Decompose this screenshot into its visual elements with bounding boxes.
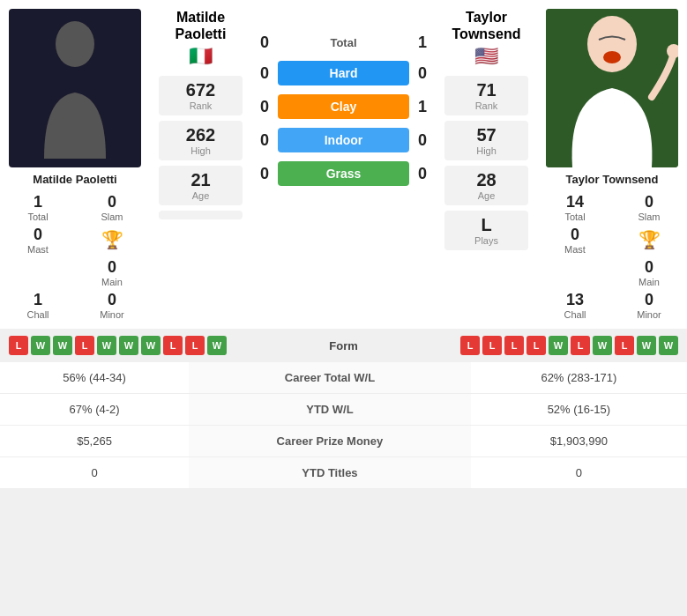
player2-name: Taylor Townsend	[566, 173, 659, 186]
player2-header-name: Taylor Townsend	[452, 9, 521, 42]
p2-hard-val: 0	[409, 64, 436, 83]
player2-main-val: 0	[616, 258, 683, 277]
prize-label: Career Prize Money	[189, 426, 471, 457]
p2-clay-val: 1	[409, 98, 436, 116]
player1-slam-val: 0	[78, 193, 146, 212]
total-surface-row: 0 Total 1	[251, 33, 436, 52]
player1-main-val: 0	[78, 258, 146, 277]
player2-minor-block: 0 Minor	[616, 291, 683, 320]
p2-ytd-titles: 0	[471, 457, 687, 489]
player1-form-badges: LWWLWWWLLW	[9, 336, 227, 355]
player2-age-box: 28 Age	[444, 166, 528, 205]
career-stats-table: 56% (44-34) Career Total W/L 62% (283-17…	[0, 362, 687, 489]
svg-point-3	[603, 51, 621, 63]
player1-high-val: 262	[162, 125, 239, 145]
player2-form-badges: LLLLWLWLWW	[460, 336, 678, 355]
form-badge-w: W	[549, 336, 568, 355]
indoor-badge: Indoor	[278, 128, 409, 152]
player1-header-name: Matilde Paoletti	[175, 9, 227, 42]
p2-career-total: 62% (283-171)	[471, 362, 687, 394]
p1-grass-val: 0	[251, 165, 278, 183]
career-total-label: Career Total W/L	[189, 362, 471, 394]
player2-total-block: 14 Total	[541, 193, 609, 222]
player2-total-label: Total	[541, 212, 609, 222]
player1-name: Matilde Paoletti	[33, 173, 116, 186]
ytd-titles-label: YTD Titles	[189, 457, 471, 489]
p1-total-val: 0	[251, 33, 278, 52]
player2-trophy-icon: 🏆	[638, 229, 661, 250]
player2-trophy-icon-block: 🏆	[616, 226, 683, 255]
p1-career-total: 56% (44-34)	[0, 362, 189, 394]
form-label: Form	[227, 339, 460, 353]
player1-main-block: 0 Main	[78, 258, 146, 287]
player1-chall-block: 1 Chall	[4, 291, 71, 320]
player2-chall-block: 13 Chall	[541, 291, 609, 320]
grass-surface-row: 0 Grass 0	[251, 161, 436, 186]
player1-minor-val: 0	[78, 291, 146, 309]
svg-point-0	[56, 21, 94, 67]
player2-plays-val: L	[448, 215, 525, 235]
form-badge-l: L	[526, 336, 546, 355]
form-badge-w: W	[119, 336, 138, 355]
player2-minor-label: Minor	[616, 309, 683, 320]
svg-point-2	[587, 16, 637, 72]
player2-chall-label: Chall	[541, 309, 609, 320]
ytd-titles-row: 0 YTD Titles 0	[0, 457, 687, 489]
form-badge-l: L	[504, 336, 524, 355]
form-badge-l: L	[163, 336, 183, 355]
player2-plays-label: Plays	[448, 235, 525, 246]
player1-mast-block: 0 Mast	[4, 226, 71, 255]
surfaces-section: 0 Total 1 0 Hard 0 0 Clay 1	[251, 9, 436, 320]
player2-photo	[546, 9, 678, 167]
player2-main-block: 0 Main	[616, 258, 683, 287]
player1-trophy-icon-block: 🏆	[78, 226, 146, 255]
player2-high-val: 57	[448, 125, 525, 145]
p2-prize: $1,903,990	[471, 426, 687, 457]
player1-chall-label: Chall	[4, 309, 71, 320]
player1-slam-block: 0 Slam	[78, 193, 146, 222]
ytd-wl-label: YTD W/L	[189, 394, 471, 426]
player1-total-block: 1 Total	[4, 193, 71, 222]
player1-plays-box	[159, 211, 243, 219]
player1-total-val: 1	[4, 193, 71, 212]
indoor-surface-row: 0 Indoor 0	[251, 128, 436, 152]
player1-section: Matilde Paoletti 1 Total 0 Slam 0 Mast 🏆	[0, 0, 150, 329]
player1-minor-block: 0 Minor	[78, 291, 146, 320]
player2-rank-box: 71 Rank	[444, 76, 528, 115]
form-badge-w: W	[97, 336, 116, 355]
player1-slam-label: Slam	[78, 212, 146, 222]
career-total-row: 56% (44-34) Career Total W/L 62% (283-17…	[0, 362, 687, 394]
player2-minor-val: 0	[616, 291, 683, 309]
player1-total-label: Total	[4, 212, 71, 222]
form-badge-l: L	[571, 336, 590, 355]
p2-indoor-val: 0	[409, 131, 436, 150]
total-label: Total	[278, 36, 409, 49]
form-badge-w: W	[659, 336, 678, 355]
player1-high-label: High	[162, 145, 239, 156]
form-badge-l: L	[460, 336, 480, 355]
player2-age-val: 28	[448, 170, 525, 190]
form-badge-l: L	[185, 336, 205, 355]
form-badge-l: L	[9, 336, 28, 355]
p1-clay-val: 0	[251, 98, 278, 116]
hard-badge: Hard	[278, 61, 409, 85]
p1-indoor-val: 0	[251, 131, 278, 150]
form-badge-w: W	[593, 336, 612, 355]
form-badge-w: W	[637, 336, 656, 355]
player2-rank-val: 71	[448, 80, 525, 100]
player1-trophy-icon: 🏆	[101, 229, 123, 250]
prize-money-row: $5,265 Career Prize Money $1,903,990	[0, 426, 687, 457]
player2-slam-val: 0	[616, 193, 683, 212]
form-section: LWWLWWWLLW Form LLLLWLWLWW	[0, 329, 687, 362]
player2-age-label: Age	[448, 190, 525, 201]
grass-badge: Grass	[278, 161, 409, 186]
player2-section: Taylor Townsend 14 Total 0 Slam 0 Mast 🏆	[537, 0, 687, 329]
player1-age-val: 21	[162, 170, 239, 190]
player2-center-stats: Taylor Townsend 🇺🇸 71 Rank 57 High 28 Ag…	[436, 9, 537, 320]
player1-mast-label: Mast	[4, 244, 71, 255]
player2-slam-block: 0 Slam	[616, 193, 683, 222]
ytd-wl-row: 67% (4-2) YTD W/L 52% (16-15)	[0, 394, 687, 426]
p1-ytd-wl: 67% (4-2)	[0, 394, 189, 426]
p2-grass-val: 0	[409, 165, 436, 183]
p1-prize: $5,265	[0, 426, 189, 457]
